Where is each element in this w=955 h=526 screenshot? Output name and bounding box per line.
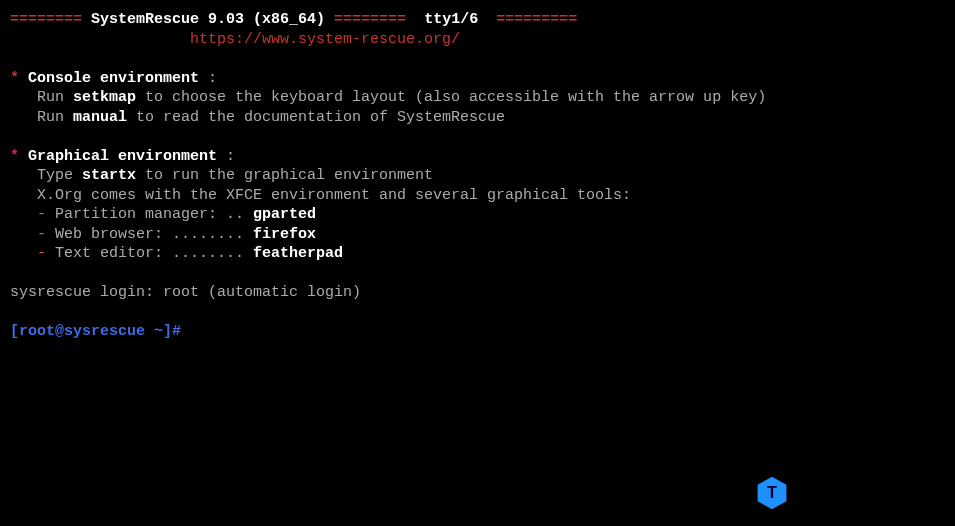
console-line-2: Run manual to read the documentation of …: [10, 108, 945, 128]
graphical-line-1: Type startx to run the graphical environ…: [10, 166, 945, 186]
tool-2: - Web browser: ........ firefox: [10, 225, 945, 245]
svg-text:T: T: [767, 483, 777, 501]
login-line: sysrescue login: root (automatic login): [10, 283, 945, 303]
shell-prompt[interactable]: [root@sysrescue ~]#: [10, 322, 945, 342]
console-heading: * Console environment :: [10, 69, 945, 89]
header-line: ======== SystemRescue 9.03 (x86_64) ====…: [10, 10, 945, 30]
tool-3: - Text editor: ........ featherpad: [10, 244, 945, 264]
hexagon-badge: T: [754, 475, 790, 511]
console-line-1: Run setkmap to choose the keyboard layou…: [10, 88, 945, 108]
graphical-heading: * Graphical environment :: [10, 147, 945, 167]
graphical-line-2: X.Org comes with the XFCE environment an…: [10, 186, 945, 206]
url-line: https://www.system-rescue.org/: [10, 30, 945, 50]
hexagon-icon: T: [754, 475, 790, 511]
tool-1: - Partition manager: .. gparted: [10, 205, 945, 225]
